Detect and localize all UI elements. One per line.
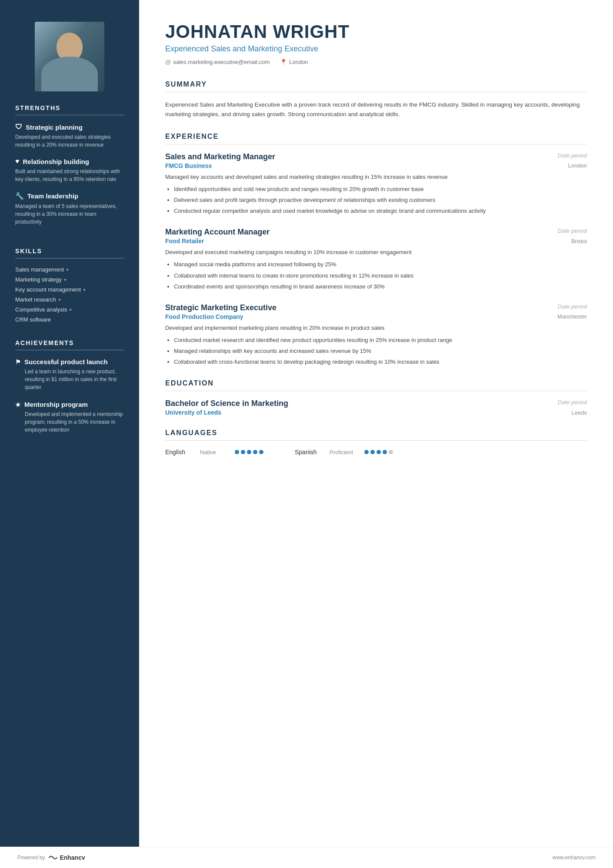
exp-header-1: Sales and Marketing Manager Date period bbox=[165, 152, 587, 161]
lang-dot-s1 bbox=[364, 450, 369, 454]
exp-job-title-1: Sales and Marketing Manager bbox=[165, 152, 275, 161]
lang-dot-s3 bbox=[376, 450, 381, 454]
contact-row: @ sales.marketing.executive@email.com 📍 … bbox=[165, 59, 587, 65]
achievement-desc-1: Led a team in launching a new product, r… bbox=[15, 368, 124, 391]
lang-level-english: Native bbox=[200, 449, 230, 456]
powered-by-text: Powered by bbox=[17, 855, 45, 861]
strengths-section: STRENGTHS 🛡 Strategic planning Developed… bbox=[0, 104, 139, 235]
experience-section-title: EXPERIENCE bbox=[165, 133, 587, 144]
exp-company-3: Food Production Company bbox=[165, 313, 243, 320]
lang-dot-s4 bbox=[383, 450, 387, 454]
summary-section: SUMMARY Experienced Sales and Marketing … bbox=[165, 80, 587, 120]
experience-item-2: Marketing Account Manager Date period Fo… bbox=[165, 228, 587, 291]
exp-bullet-3-3: Collaborated with cross-functional teams… bbox=[174, 358, 587, 366]
contact-location: 📍 London bbox=[280, 59, 308, 65]
shield-icon: 🛡 bbox=[15, 123, 22, 131]
candidate-header: JOHNATAN WRIGHT Experienced Sales and Ma… bbox=[165, 22, 587, 65]
experience-item-3: Strategic Marketing Executive Date perio… bbox=[165, 303, 587, 367]
languages-row: English Native Spanish Profici bbox=[165, 449, 587, 456]
footer: Powered by Enhancv www.enhancv.com bbox=[0, 847, 613, 868]
achievement-title-2: ★ Mentorship program bbox=[15, 401, 124, 408]
location-icon: 📍 bbox=[280, 59, 287, 65]
skills-title: SKILLS bbox=[15, 248, 124, 258]
lang-name-spanish: Spanish bbox=[295, 449, 325, 456]
edu-location-1: Leeds bbox=[572, 409, 587, 416]
strength-title-3: 🔧 Team leadership bbox=[15, 192, 124, 200]
edu-header-1: Bachelor of Science in Marketing Date pe… bbox=[165, 399, 587, 408]
lang-dots-english bbox=[235, 450, 263, 454]
languages-section: LANGUAGES English Native bbox=[165, 429, 587, 456]
strength-item-2: ♥ Relationship building Built and mainta… bbox=[15, 158, 124, 183]
avatar bbox=[35, 22, 104, 91]
exp-bullet-1-3: Conducted regular competitor analysis an… bbox=[174, 207, 587, 215]
lang-dot-5 bbox=[259, 450, 263, 454]
exp-bullet-2-2: Collaborated with internal teams to crea… bbox=[174, 271, 587, 280]
flag-icon: ⚑ bbox=[15, 359, 21, 365]
exp-summary-2: Developed and executed marketing campaig… bbox=[165, 248, 587, 257]
strength-desc-3: Managed a team of 5 sales representative… bbox=[15, 202, 124, 226]
skill-item-5: Competitive analysis bbox=[15, 306, 124, 313]
education-section-title: EDUCATION bbox=[165, 379, 587, 391]
candidate-name: JOHNATAN WRIGHT bbox=[165, 22, 587, 42]
exp-bullets-1: Identified opportunities and sold new pr… bbox=[165, 185, 587, 215]
strength-item-1: 🛡 Strategic planning Developed and execu… bbox=[15, 123, 124, 149]
edu-degree-1: Bachelor of Science in Marketing bbox=[165, 399, 288, 408]
summary-text: Experienced Sales and Marketing Executiv… bbox=[165, 100, 587, 120]
strength-desc-1: Developed and executed sales strategies … bbox=[15, 133, 124, 149]
exp-bullet-3-2: Managed relationships with key accounts … bbox=[174, 347, 587, 355]
exp-location-2: Bristol bbox=[571, 238, 587, 245]
exp-bullets-2: Managed social media platforms and incre… bbox=[165, 260, 587, 291]
exp-summary-1: Managed key accounts and developed sales… bbox=[165, 173, 587, 181]
achievement-desc-2: Developed and implemented a mentorship p… bbox=[15, 410, 124, 434]
exp-bullet-1-1: Identified opportunities and sold new pr… bbox=[174, 185, 587, 194]
exp-location-3: Manchester bbox=[557, 313, 587, 320]
exp-date-2: Date period bbox=[558, 228, 587, 234]
footer-left: Powered by Enhancv bbox=[17, 854, 85, 861]
email-icon: @ bbox=[165, 59, 171, 65]
achievements-section: ACHIEVEMENTS ⚑ Successful product launch… bbox=[0, 339, 139, 443]
strength-title-1: 🛡 Strategic planning bbox=[15, 123, 124, 131]
lang-dot-4 bbox=[253, 450, 257, 454]
exp-sub-3: Food Production Company Manchester bbox=[165, 313, 587, 320]
exp-summary-3: Developed and implemented marketing plan… bbox=[165, 324, 587, 332]
lang-dots-spanish bbox=[364, 450, 393, 454]
lang-level-spanish: Proficient bbox=[330, 449, 360, 456]
exp-bullet-3-1: Conducted market research and identified… bbox=[174, 336, 587, 345]
lang-name-english: English bbox=[165, 449, 196, 456]
footer-logo: Enhancv bbox=[48, 854, 85, 861]
exp-header-2: Marketing Account Manager Date period bbox=[165, 228, 587, 237]
candidate-title: Experienced Sales and Marketing Executiv… bbox=[165, 44, 587, 54]
contact-email: @ sales.marketing.executive@email.com bbox=[165, 59, 270, 65]
skill-item-3: Key account management bbox=[15, 286, 124, 293]
avatar-area bbox=[0, 0, 139, 104]
exp-bullet-2-3: Coordinated events and sponsorships resu… bbox=[174, 282, 587, 291]
exp-bullet-1-2: Delivered sales and profit targets throu… bbox=[174, 196, 587, 204]
strength-item-3: 🔧 Team leadership Managed a team of 5 sa… bbox=[15, 192, 124, 226]
exp-job-title-2: Marketing Account Manager bbox=[165, 228, 270, 237]
wrench-icon: 🔧 bbox=[15, 192, 24, 200]
skill-item-1: Sales management bbox=[15, 266, 124, 273]
exp-job-title-3: Strategic Marketing Executive bbox=[165, 303, 277, 312]
achievements-title: ACHIEVEMENTS bbox=[15, 339, 124, 350]
summary-section-title: SUMMARY bbox=[165, 80, 587, 92]
lang-dot-s5 bbox=[389, 450, 393, 454]
exp-bullet-2-1: Managed social media platforms and incre… bbox=[174, 260, 587, 269]
skills-section: SKILLS Sales management Marketing strate… bbox=[0, 248, 139, 326]
exp-sub-2: Food Retailer Bristol bbox=[165, 238, 587, 245]
achievement-item-1: ⚑ Successful product launch Led a team i… bbox=[15, 358, 124, 391]
exp-company-1: FMCG Business bbox=[165, 162, 212, 169]
edu-item-1: Bachelor of Science in Marketing Date pe… bbox=[165, 399, 587, 416]
lang-dot-3 bbox=[247, 450, 251, 454]
footer-website: www.enhancv.com bbox=[553, 855, 596, 861]
lang-dot-s2 bbox=[370, 450, 375, 454]
exp-header-3: Strategic Marketing Executive Date perio… bbox=[165, 303, 587, 312]
edu-date-1: Date period bbox=[558, 399, 587, 406]
edu-institution-1: University of Leeds bbox=[165, 409, 221, 416]
skill-item-4: Market research bbox=[15, 296, 124, 303]
main-content: JOHNATAN WRIGHT Experienced Sales and Ma… bbox=[139, 0, 613, 847]
lang-dot-2 bbox=[241, 450, 245, 454]
enhancv-logo-icon bbox=[48, 855, 58, 861]
exp-sub-1: FMCG Business London bbox=[165, 162, 587, 169]
exp-company-2: Food Retailer bbox=[165, 238, 204, 245]
strength-desc-2: Built and maintained strong relationship… bbox=[15, 168, 124, 183]
